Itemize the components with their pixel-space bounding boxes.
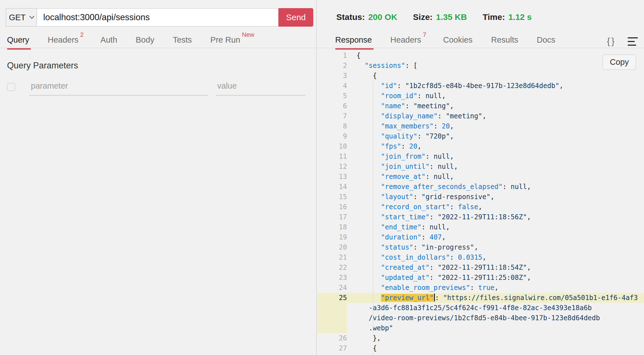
line-content: "end_time": null, — [347, 222, 450, 232]
response-status-bar: Status:200 OK Size:1.35 KB Time:1.12 s — [336, 12, 547, 22]
menu-icon[interactable] — [628, 37, 638, 46]
indent-guide — [373, 81, 373, 333]
code-line: 8 "max_members": 20, — [317, 121, 644, 131]
tab-response[interactable]: Response — [335, 34, 374, 50]
chevron-down-icon — [29, 14, 35, 19]
divider — [0, 48, 316, 48]
tab-query[interactable]: Query — [7, 34, 31, 50]
code-line: 7 "display_name": "meeting", — [317, 111, 644, 121]
line-content: "id": "1b2cf8d5-e84b-4bee-917b-123e8d64d… — [347, 81, 563, 91]
param-checkbox[interactable] — [7, 83, 15, 91]
tab-tests[interactable]: Tests — [173, 34, 194, 50]
code-line: 16 "record_on_start": false, — [317, 202, 644, 212]
line-number: 14 — [317, 182, 347, 192]
line-content: "start_time": "2022-11-29T11:18:56Z", — [347, 212, 531, 222]
query-param-row — [7, 81, 305, 96]
code-line: 4 "id": "1b2cf8d5-e84b-4bee-917b-123e8d6… — [317, 81, 644, 91]
line-content: "max_members": 20, — [347, 121, 454, 131]
line-content: "join_from": null, — [347, 151, 454, 162]
line-content: { — [347, 71, 377, 81]
tab-docs[interactable]: Docs — [537, 34, 557, 50]
line-content: -a3d6-fc881a3f1c25/5c4f624c-f991-4f8e-82… — [347, 303, 592, 313]
line-number: 25 — [317, 293, 347, 303]
line-content: "remove_after_seconds_elapsed": null, — [347, 182, 531, 192]
line-number: 19 — [317, 232, 347, 242]
line-number: 12 — [317, 162, 347, 172]
response-panel: Status:200 OK Size:1.35 KB Time:1.12 s R… — [317, 0, 644, 355]
line-content: "duration": 407, — [347, 232, 446, 242]
code-line: 24 "enable_room_previews": true, — [317, 283, 644, 293]
tab-pre-run[interactable]: Pre RunNew — [210, 34, 254, 50]
tab-results[interactable]: Results — [491, 34, 520, 50]
code-line: 6 "name": "meeting", — [317, 101, 644, 111]
code-line: 26 }, — [317, 333, 644, 343]
line-content: "sessions": [ — [347, 61, 417, 71]
line-number: 27 — [317, 343, 347, 353]
line-number: 10 — [317, 141, 347, 151]
code-line: 10 "fps": 20, — [317, 141, 644, 151]
method-label: GET — [9, 13, 26, 22]
indent-guide — [373, 353, 373, 355]
line-content: { — [347, 343, 377, 353]
line-content: "preview_url": "https://files.signalwire… — [347, 293, 638, 303]
code-line: 18 "end_time": null, — [317, 222, 644, 232]
code-line: .webp" — [317, 323, 644, 333]
code-line: 23 "updated_at": "2022-11-29T11:25:08Z", — [317, 273, 644, 283]
line-number: 28 — [317, 353, 347, 355]
tab-headers[interactable]: Headers2 — [48, 34, 84, 50]
response-time: Time:1.12 s — [483, 12, 532, 22]
line-number — [317, 323, 347, 333]
tab-resp-headers[interactable]: Headers7 — [390, 34, 426, 50]
line-content: "fps": 20, — [347, 141, 421, 151]
code-line: /video-room-previews/1b2cf8d5-e84b-4bee-… — [317, 313, 644, 323]
line-number: 8 — [317, 121, 347, 131]
tab-badge: New — [242, 31, 254, 38]
line-number: 1 — [317, 50, 347, 61]
line-content: "enable_room_previews": true, — [347, 283, 499, 293]
line-number: 24 — [317, 283, 347, 293]
tab-badge: 2 — [80, 31, 84, 38]
code-line: 20 "status": "in-progress", — [317, 242, 644, 252]
tab-cookies[interactable]: Cookies — [443, 34, 474, 50]
code-line: 17 "start_time": "2022-11-29T11:18:56Z", — [317, 212, 644, 222]
request-panel: GET Send Query Headers2 Auth Body Tests … — [0, 0, 317, 355]
line-number: 13 — [317, 172, 347, 182]
tab-body[interactable]: Body — [136, 34, 156, 50]
code-line: 21 "cost_in_dollars": 0.0315, — [317, 252, 644, 262]
search-match-highlight: "preview_url" — [381, 294, 434, 302]
code-line: 2 "sessions": [ — [317, 61, 644, 71]
line-number — [317, 303, 347, 313]
code-line: 19 "duration": 407, — [317, 232, 644, 242]
line-number: 9 — [317, 131, 347, 141]
tab-badge: 7 — [423, 31, 426, 38]
code-line: 14 "remove_after_seconds_elapsed": null, — [317, 182, 644, 192]
line-number: 20 — [317, 242, 347, 252]
tab-auth[interactable]: Auth — [101, 34, 119, 50]
line-number: 11 — [317, 151, 347, 162]
line-content: "updated_at": "2022-11-29T11:25:08Z", — [347, 273, 531, 283]
line-content: { — [347, 50, 360, 61]
line-content: "cost_in_dollars": 0.0315, — [347, 252, 486, 262]
response-toolbar: {} — [607, 36, 638, 47]
format-json-icon[interactable]: {} — [607, 36, 616, 47]
line-content: "room_id": null, — [347, 91, 446, 101]
url-bar: GET Send — [6, 8, 313, 27]
line-number: 23 — [317, 273, 347, 283]
parameter-input[interactable] — [29, 81, 208, 96]
send-button[interactable]: Send — [278, 8, 313, 27]
text-cursor — [434, 294, 435, 301]
line-content: "layout": "grid-responsive", — [347, 192, 494, 202]
line-number: 15 — [317, 192, 347, 202]
value-input[interactable] — [216, 81, 305, 96]
code-line: 22 "created_at": "2022-11-29T11:18:54Z", — [317, 262, 644, 273]
response-body-viewer: 1{2 "sessions": [3 {4 "id": "1b2cf8d5-e8… — [317, 48, 644, 355]
line-number: 16 — [317, 202, 347, 212]
copy-button[interactable]: Copy — [602, 54, 636, 70]
code-line: 9 "quality": "720p", — [317, 131, 644, 141]
code-line: 25 "preview_url": "https://files.signalw… — [317, 293, 644, 303]
line-number: 21 — [317, 252, 347, 262]
method-dropdown[interactable]: GET — [6, 8, 37, 27]
line-number: 3 — [317, 71, 347, 81]
url-input[interactable] — [37, 8, 278, 27]
line-content: /video-room-previews/1b2cf8d5-e84b-4bee-… — [347, 313, 600, 323]
